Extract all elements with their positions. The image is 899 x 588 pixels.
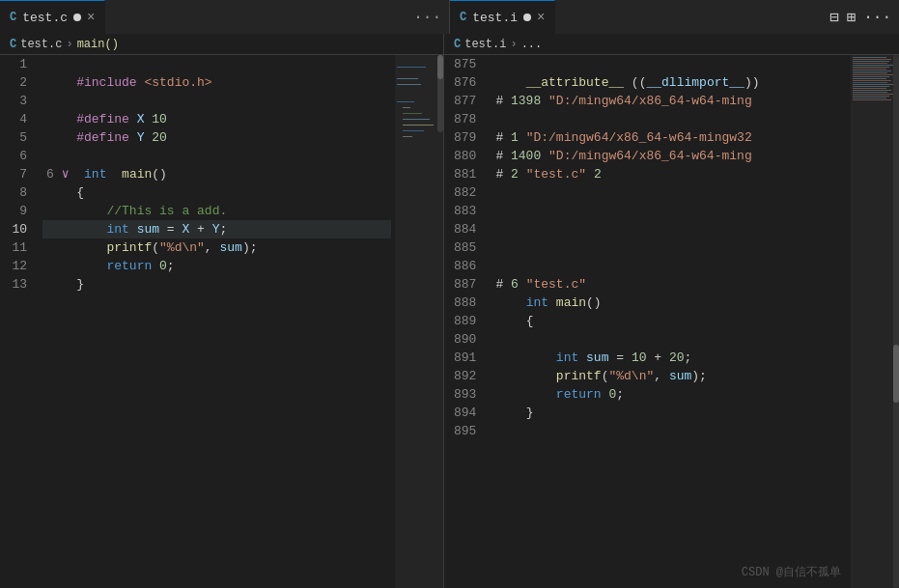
svg-rect-15: [853, 59, 891, 60]
right-breadcrumb: C test.i › ...: [444, 34, 899, 55]
right-code-area[interactable]: __attribute__ ((__dllimport__)) # 1398 "…: [488, 55, 851, 588]
svg-rect-26: [853, 80, 891, 81]
right-code-line-885: [492, 238, 847, 257]
svg-rect-17: [853, 63, 887, 64]
right-code-line-878: [492, 110, 847, 128]
svg-rect-31: [853, 90, 891, 91]
left-editor-pane: C test.c › main() 1 2 3 4 5 6 7 8 9 10 1…: [0, 34, 444, 588]
right-code-line-892: printf("%d\n", sum);: [492, 367, 847, 385]
right-code-line-879: # 1 "D:/mingw64/x86_64-w64-mingw32: [492, 128, 847, 147]
svg-rect-30: [853, 88, 886, 89]
left-minimap-svg: [395, 55, 443, 588]
left-breadcrumb: C test.c › main(): [0, 34, 443, 55]
svg-rect-29: [853, 86, 889, 87]
right-editor-content: 875 876 877 878 879 880 881 882 883 884 …: [444, 55, 899, 588]
right-code-line-883: [492, 202, 847, 220]
left-code-area[interactable]: #include <stdio.h> #define X 10 #define …: [39, 55, 395, 588]
layout-icon[interactable]: ⊞: [847, 8, 857, 27]
right-code-line-891: int sum = 10 + 20;: [492, 349, 847, 367]
left-minimap: [395, 55, 443, 588]
svg-rect-23: [853, 74, 893, 75]
code-line-7: 6 ∨ int main(): [42, 165, 391, 183]
right-minimap: [851, 55, 899, 588]
right-tab-dirty-indicator: [523, 14, 531, 21]
svg-rect-7: [403, 119, 430, 120]
right-minimap-svg: [851, 55, 899, 588]
svg-rect-13: [851, 55, 899, 588]
left-tab-close[interactable]: ×: [87, 11, 95, 24]
svg-rect-1: [397, 67, 426, 68]
right-tab-c-icon: C: [460, 11, 466, 24]
left-breadcrumb-symbol: main(): [77, 38, 119, 51]
code-line-13: }: [42, 275, 391, 294]
right-code-line-884: [492, 220, 847, 238]
right-code-line-888: int main(): [492, 294, 847, 312]
right-breadcrumb-symbol: ...: [521, 38, 543, 51]
left-tab-label: test.c: [22, 11, 68, 25]
left-tab-c-icon: C: [10, 11, 16, 24]
svg-rect-2: [397, 78, 418, 79]
svg-rect-16: [853, 61, 889, 62]
left-breadcrumb-file: test.c: [20, 38, 62, 51]
right-tab-close[interactable]: ×: [537, 11, 545, 24]
svg-rect-28: [853, 84, 893, 85]
code-line-2: #include <stdio.h>: [42, 73, 391, 92]
right-code-line-893: return 0;: [492, 385, 847, 404]
left-tab-dirty-indicator: [73, 14, 81, 21]
svg-rect-14: [853, 57, 886, 58]
svg-rect-20: [853, 69, 886, 70]
svg-rect-0: [395, 55, 443, 588]
right-tab-label: test.i: [472, 11, 518, 25]
code-line-4: #define X 10: [42, 110, 391, 128]
svg-rect-34: [853, 96, 889, 97]
svg-rect-6: [403, 113, 422, 114]
left-line-numbers: 1 2 3 4 5 6 7 8 9 10 11 12 13: [0, 55, 39, 588]
left-tab-more[interactable]: ···: [406, 9, 449, 26]
svg-rect-10: [403, 136, 412, 137]
svg-rect-24: [853, 76, 889, 77]
code-line-12: return 0;: [42, 257, 391, 275]
svg-rect-4: [397, 101, 414, 102]
editors-container: C test.c › main() 1 2 3 4 5 6 7 8 9 10 1…: [0, 34, 899, 588]
code-line-8: {: [42, 183, 391, 202]
right-code-line-889: {: [492, 312, 847, 330]
left-tab-group: C test.c × ···: [0, 0, 450, 34]
left-breadcrumb-c-icon: C: [10, 38, 16, 51]
right-editor-pane: C test.i › ... 875 876 877 878 879 880 8…: [444, 34, 899, 588]
right-code-line-875: [492, 55, 847, 73]
svg-rect-36: [853, 99, 891, 100]
svg-rect-27: [853, 82, 887, 83]
code-line-3: [42, 92, 391, 110]
svg-rect-12: [437, 55, 443, 79]
right-tab-test-i[interactable]: C test.i ×: [450, 0, 555, 34]
right-code-line-881: # 2 "test.c" 2: [492, 165, 847, 183]
code-line-1: [42, 55, 391, 73]
svg-rect-22: [853, 72, 887, 73]
right-code-line-894: }: [492, 404, 847, 422]
svg-rect-5: [403, 107, 410, 108]
right-code-line-895: [492, 422, 847, 440]
code-line-10: int sum = X + Y;: [42, 220, 391, 238]
svg-rect-9: [403, 130, 424, 131]
right-code-line-880: # 1400 "D:/mingw64/x86_64-w64-ming: [492, 147, 847, 165]
right-code-line-877: # 1398 "D:/mingw64/x86_64-w64-ming: [492, 92, 847, 110]
right-tab-group: C test.i × ⊟ ⊞ ···: [450, 0, 899, 34]
right-code-line-886: [492, 257, 847, 275]
right-breadcrumb-file: test.i: [464, 38, 506, 51]
right-breadcrumb-c-icon: C: [454, 38, 461, 51]
right-more-icon[interactable]: ···: [863, 9, 891, 26]
svg-rect-38: [893, 345, 899, 403]
svg-rect-25: [853, 78, 886, 79]
svg-rect-21: [853, 70, 891, 71]
right-line-numbers: 875 876 877 878 879 880 881 882 883 884 …: [444, 55, 488, 588]
tab-bar: C test.c × ··· C test.i × ⊟ ⊞ ···: [0, 0, 899, 34]
left-editor-content: 1 2 3 4 5 6 7 8 9 10 11 12 13 #include <…: [0, 55, 443, 588]
left-tab-test-c[interactable]: C test.c ×: [0, 0, 105, 34]
svg-rect-35: [853, 98, 886, 98]
right-code-line-876: __attribute__ ((__dllimport__)): [492, 73, 847, 92]
code-line-9: //This is a add.: [42, 202, 391, 220]
svg-rect-19: [853, 67, 889, 68]
split-editor-icon[interactable]: ⊟: [829, 8, 839, 27]
svg-rect-18: [853, 65, 893, 66]
left-breadcrumb-sep: ›: [66, 38, 72, 51]
